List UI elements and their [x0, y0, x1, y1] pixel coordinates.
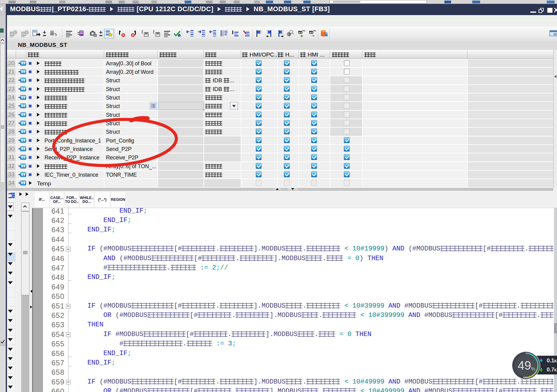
svg-text:49: 49 — [518, 359, 531, 372]
svg-text:%: % — [531, 366, 535, 371]
